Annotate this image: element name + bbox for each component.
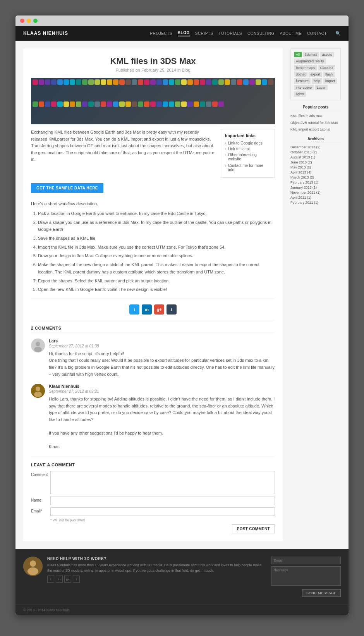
comment-2-date: September 27, 2012 at 09:21 xyxy=(49,389,275,394)
footer-gplus-icon[interactable]: g+ xyxy=(64,576,71,583)
footer-linkedin-icon[interactable]: in xyxy=(56,576,63,583)
browser-close-dot[interactable] xyxy=(20,19,24,23)
tag-all[interactable]: All xyxy=(294,52,302,57)
name-input[interactable] xyxy=(50,497,275,505)
workflow-step-8: Open the new KML in Google Earth: voilà!… xyxy=(38,286,275,293)
tag-assets[interactable]: assets xyxy=(320,52,334,57)
site-logo: KLAAS NIENHUIS xyxy=(23,31,150,36)
nav-blog[interactable]: BLOG xyxy=(178,31,190,36)
form-note: * Will not be published xyxy=(50,518,275,522)
article-title: KML files in 3DS Max xyxy=(31,56,275,66)
svg-point-7 xyxy=(30,560,36,567)
important-link-4[interactable]: Contact me for more info xyxy=(225,163,271,172)
name-field-row: Name xyxy=(31,497,275,505)
tag-import[interactable]: import xyxy=(323,78,337,84)
footer-email-input[interactable] xyxy=(271,557,341,564)
important-links-list: Link to Google docs Link to script Other… xyxy=(225,141,271,172)
archive-item-2[interactable]: August 2013 (1) xyxy=(290,155,341,159)
linkedin-share-button[interactable]: in xyxy=(142,304,152,315)
footer-about-text: Klaas Nienhuis has more than 15 years ex… xyxy=(47,563,263,573)
comment-1-body: Lars September 27, 2012 at 01:38 Hi, tha… xyxy=(49,339,275,378)
archive-item-1[interactable]: October 2013 (2) xyxy=(290,150,341,154)
footer-twitter-icon[interactable]: t xyxy=(47,576,54,583)
nav-links: PROJECTS BLOG SCRIPTS TUTORIALS CONSULTI… xyxy=(150,31,341,36)
important-link-3[interactable]: Other interesting website xyxy=(225,153,271,161)
archive-item-6[interactable]: March 2013 (2) xyxy=(290,175,341,179)
tag-layar[interactable]: Layar xyxy=(315,85,328,90)
email-field-row: Email* xyxy=(31,507,275,516)
footer-message-input[interactable] xyxy=(271,566,341,586)
archive-item-10[interactable]: April 2011 (1) xyxy=(290,196,341,199)
important-links-box: Important links Link to Google docs Link… xyxy=(221,129,275,178)
tag-clara.io[interactable]: Clara.IO xyxy=(318,65,335,70)
svg-point-8 xyxy=(27,567,38,575)
footer-tumblr-icon[interactable]: t xyxy=(73,576,80,583)
archive-item-0[interactable]: December 2013 (2) xyxy=(290,145,341,149)
browser-toolbar xyxy=(15,15,349,26)
email-input[interactable] xyxy=(50,507,275,516)
copyright-text: © 2013 - 2014 Klaas Nienhuis xyxy=(23,608,70,612)
tag-list: All3dsmaxassetsAugmented realityberconma… xyxy=(294,52,337,97)
tag-help[interactable]: help xyxy=(312,78,322,84)
archive-item-7[interactable]: February 2013 (1) xyxy=(290,180,341,184)
tag-interactive[interactable]: interactive xyxy=(294,85,314,90)
footer-profile: NEED HELP WITH 3D WORK? Klaas Nienhuis h… xyxy=(23,557,263,583)
popular-post-2[interactable]: Object2VR tutorial for 3ds Max xyxy=(290,120,341,125)
archive-item-9[interactable]: November 2011 (1) xyxy=(290,191,341,194)
nav-projects[interactable]: PROJECTS xyxy=(150,31,172,36)
svg-point-1 xyxy=(36,342,40,346)
comment-2-author: Klaas Nienhuis xyxy=(49,384,275,388)
footer-social-links: t in g+ t xyxy=(47,576,263,583)
comment-2-text: Hello Lars, thanks for stopping by! Addi… xyxy=(49,396,275,450)
tag-berconmaps[interactable]: berconmaps xyxy=(294,65,317,70)
article-hero-image xyxy=(31,78,275,124)
archive-item-4[interactable]: May 2013 (2) xyxy=(290,165,341,169)
tag-furniture[interactable]: furniture xyxy=(294,78,311,84)
tag-dotnet[interactable]: dotnet xyxy=(294,72,307,77)
important-link-1[interactable]: Link to Google docs xyxy=(225,141,271,145)
nav-tutorials[interactable]: TUTORIALS xyxy=(219,31,242,36)
archive-item-8[interactable]: January 2013 (1) xyxy=(290,186,341,189)
footer-send-button[interactable]: SEND MESSAGE xyxy=(302,589,341,597)
important-link-2[interactable]: Link to script xyxy=(225,147,271,151)
popular-posts-title: Popular posts xyxy=(290,105,341,111)
svg-point-5 xyxy=(34,392,42,397)
search-icon[interactable]: 🔍 xyxy=(335,31,341,36)
article-body-text: Exchanging KML files between Google Eart… xyxy=(31,129,215,178)
popular-post-1[interactable]: KML files in 3ds max xyxy=(290,113,341,119)
nav-about[interactable]: ABOUT ME xyxy=(280,31,302,36)
hex-grid xyxy=(31,78,275,124)
archive-item-5[interactable]: April 2013 (4) xyxy=(290,170,341,174)
sidebar: All3dsmaxassetsAugmented realityberconma… xyxy=(290,48,341,541)
archive-list: December 2013 (2)October 2013 (2)August … xyxy=(290,145,341,205)
nav-consulting[interactable]: CONSULTING xyxy=(247,31,275,36)
twitter-share-button[interactable]: t xyxy=(129,304,139,315)
tag-augmented-reality[interactable]: Augmented reality xyxy=(294,58,326,64)
comment-1: Lars September 27, 2012 at 01:38 Hi, tha… xyxy=(31,339,275,378)
main-content: KML files in 3DS Max Published on Februa… xyxy=(23,48,283,541)
workflow-step-7: Export the shapes. Select the KML parent… xyxy=(38,277,275,285)
browser-minimize-dot[interactable] xyxy=(27,19,31,23)
gplus-share-button[interactable]: g+ xyxy=(154,304,164,315)
get-sample-data-button[interactable]: GET THE SAMPLE DATA HERE xyxy=(31,183,103,193)
tag-export[interactable]: export xyxy=(309,72,322,77)
comment-textarea[interactable] xyxy=(50,471,275,494)
tag-lights[interactable]: lights xyxy=(294,91,306,97)
browser-window: KLAAS NIENHUIS PROJECTS BLOG SCRIPTS TUT… xyxy=(15,15,349,615)
email-label: Email* xyxy=(31,507,46,513)
comment-1-author: Lars xyxy=(49,339,275,343)
tumblr-share-button[interactable]: t xyxy=(167,304,177,315)
footer-avatar xyxy=(23,557,43,576)
archive-item-3[interactable]: June 2013 (2) xyxy=(290,160,341,164)
nav-contact[interactable]: CONTACT xyxy=(307,31,327,36)
comment-1-text: Hi, thanks for the script, it's very hel… xyxy=(49,351,275,378)
popular-post-3[interactable]: KML import export tutorial xyxy=(290,127,341,132)
tag-flash[interactable]: flash xyxy=(323,72,335,77)
post-comment-button[interactable]: POST COMMENT xyxy=(232,524,275,533)
tag-3dsmax[interactable]: 3dsmax xyxy=(303,52,319,57)
comments-section: 2 COMMENTS Lars September 27, xyxy=(31,326,275,450)
archive-item-11[interactable]: February 2011 (1) xyxy=(290,201,341,205)
browser-maximize-dot[interactable] xyxy=(33,19,38,23)
nav-scripts[interactable]: SCRIPTS xyxy=(195,31,213,36)
page-wrapper: KML files in 3DS Max Published on Februa… xyxy=(15,41,349,549)
